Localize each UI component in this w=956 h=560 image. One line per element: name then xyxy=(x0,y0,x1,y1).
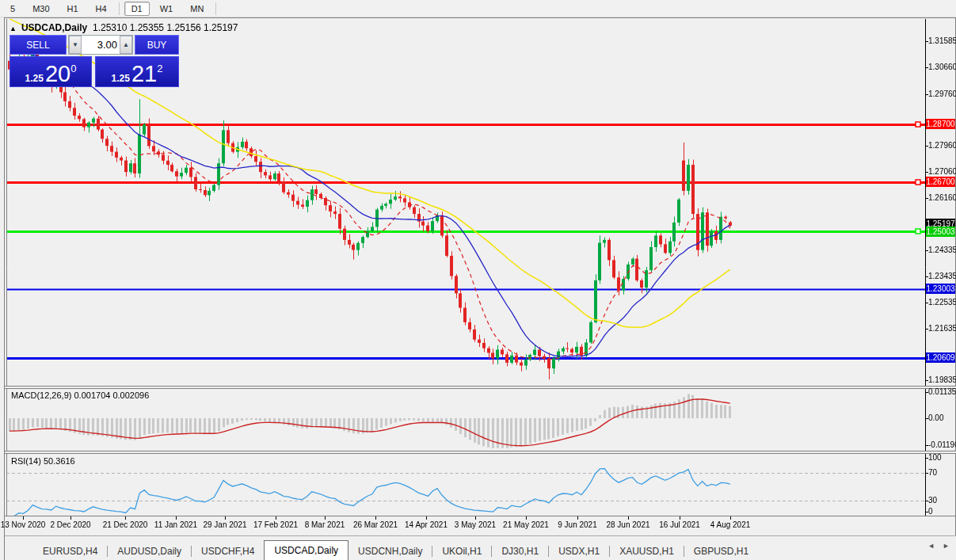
sell-price-small: 1.25 xyxy=(25,73,44,84)
tab-usdcnh[interactable]: USDCNH,Daily xyxy=(349,543,432,560)
rsi-axis-label: 100 xyxy=(928,453,942,462)
tab-scroll-buttons: ◄ ► xyxy=(927,542,950,550)
time-axis-label: 28 Jun 2021 xyxy=(606,520,649,529)
price-badge-1.20609: 1.20609 xyxy=(926,352,955,363)
macd-label: MACD(12,26,9) 0.001704 0.002096 xyxy=(11,390,149,400)
tab-usdchf[interactable]: USDCHF,H4 xyxy=(192,543,264,560)
time-axis-label: 21 May 2021 xyxy=(503,520,549,529)
rsi-label: RSI(14) 50.3616 xyxy=(11,456,75,466)
price-badge-1.23003: 1.23003 xyxy=(926,284,955,294)
macd-axis-label: -0.01190 xyxy=(928,440,956,449)
volume-input[interactable] xyxy=(82,36,120,54)
price-axis-label: 1.21635 xyxy=(928,324,956,333)
sell-price-sup: 0 xyxy=(70,57,76,81)
tab-audusd[interactable]: AUDUSD,Daily xyxy=(108,543,191,560)
time-axis-label: 11 Jan 2021 xyxy=(154,520,197,529)
timeframe-button-m30[interactable]: M30 xyxy=(25,2,56,16)
rsi-axis-label: 70 xyxy=(928,468,937,477)
one-click-trade-panel: SELL ▼ ▲ BUY 1.25 20 0 1.25 21 2 xyxy=(10,35,179,87)
chart-symbol-label: USDCAD,Daily xyxy=(21,22,87,33)
tab-scroll-right-icon[interactable]: ► xyxy=(943,542,950,550)
buy-button[interactable]: BUY xyxy=(135,35,179,55)
buy-price-small: 1.25 xyxy=(112,73,130,84)
tab-eurusd[interactable]: EURUSD,H4 xyxy=(33,543,107,560)
price-axis-label: 1.26160 xyxy=(928,193,956,202)
price-badge-1.28700: 1.28700 xyxy=(926,119,955,129)
price-axis-label: 1.31585 xyxy=(928,36,956,45)
price-axis-label: 1.27960 xyxy=(928,141,956,150)
buy-price-box[interactable]: 1.25 21 2 xyxy=(95,56,179,87)
rsi-axis-label: 0 xyxy=(928,507,933,516)
price-axis-label: 1.30660 xyxy=(928,63,956,71)
timeframe-button-h4[interactable]: H4 xyxy=(89,2,114,16)
macd-axis-label: 0.00 xyxy=(928,413,943,422)
tab-usdcad[interactable]: USDCAD,Daily xyxy=(264,540,349,560)
timeframe-button-mn[interactable]: MN xyxy=(183,2,211,16)
time-axis-label: 13 Nov 2020 xyxy=(1,520,46,529)
timeframe-button-5[interactable]: 5 xyxy=(3,2,22,16)
tab-ukoil[interactable]: UKOil,H1 xyxy=(432,543,491,560)
time-axis-label: 8 Mar 2021 xyxy=(305,520,345,529)
time-axis-border xyxy=(5,516,956,516)
time-axis-label: 4 Aug 2021 xyxy=(710,520,751,529)
collapse-arrow-icon[interactable]: ▲ xyxy=(10,25,17,32)
time-axis-label: 26 Mar 2021 xyxy=(353,520,398,529)
tab-gbpusd[interactable]: GBPUSD,H1 xyxy=(684,543,758,560)
buy-price-sup: 2 xyxy=(157,57,162,81)
time-axis-label: 14 Apr 2021 xyxy=(405,520,448,529)
time-axis-label: 9 Jun 2021 xyxy=(558,520,597,529)
price-axis-label: 1.19835 xyxy=(928,375,956,384)
rsi-axis-label: 30 xyxy=(928,496,937,505)
rsi-name: RSI(14) xyxy=(11,456,41,466)
timeframe-button-w1[interactable]: W1 xyxy=(153,2,181,16)
sell-price-big: 20 xyxy=(45,63,70,84)
toolbar-separator xyxy=(215,2,216,15)
macd-axis-label: 0.01135 xyxy=(928,387,956,396)
time-axis-label: 29 Jan 2021 xyxy=(203,520,246,529)
time-axis-label: 3 May 2021 xyxy=(455,520,496,529)
time-axis-label: 21 Dec 2020 xyxy=(103,520,148,529)
time-axis-label: 2 Dec 2020 xyxy=(50,520,90,529)
price-axis-label: 1.22535 xyxy=(928,298,956,307)
price-axis-label: 1.23435 xyxy=(928,272,956,280)
volume-decrease-button[interactable]: ▼ xyxy=(69,36,82,54)
macd-name: MACD(12,26,9) xyxy=(11,390,71,400)
volume-stepper: ▼ ▲ xyxy=(68,35,133,55)
time-axis-label: 17 Feb 2021 xyxy=(253,520,298,529)
price-badge-1.26700: 1.26700 xyxy=(926,177,955,187)
chart-title: ▲USDCAD,Daily 1.25310 1.25355 1.25156 1.… xyxy=(10,22,238,33)
price-axis-label: 1.29760 xyxy=(928,90,956,98)
rsi-value: 50.3616 xyxy=(44,456,75,466)
buy-price-big: 21 xyxy=(131,63,157,84)
price-axis-label: 1.24335 xyxy=(928,246,956,254)
pane-divider-rsi[interactable] xyxy=(5,451,956,454)
timeframe-toolbar: 5M30H1H4D1W1MN xyxy=(0,0,956,17)
symbol-tab-bar: EURUSD,H4AUDUSD,DailyUSDCHF,H4USDCAD,Dai… xyxy=(5,535,956,560)
chart-ohlc-values: 1.25310 1.25355 1.25156 1.25197 xyxy=(93,22,238,33)
volume-increase-button[interactable]: ▲ xyxy=(120,36,132,54)
tab-usdx[interactable]: USDX,H1 xyxy=(549,543,609,560)
price-badge-1.25003: 1.25003 xyxy=(926,227,955,237)
tab-scroll-left-icon[interactable]: ◄ xyxy=(927,542,935,550)
time-axis-label: 16 Jul 2021 xyxy=(659,520,700,529)
toolbar-separator xyxy=(119,2,120,15)
timeframe-button-h1[interactable]: H1 xyxy=(60,2,86,16)
tab-dj30[interactable]: DJ30,H1 xyxy=(492,543,548,560)
macd-values: 0.001704 0.002096 xyxy=(74,390,149,400)
tab-xauusd[interactable]: XAUUSD,H1 xyxy=(610,543,684,560)
pane-divider-macd[interactable] xyxy=(5,386,956,389)
timeframe-button-d1[interactable]: D1 xyxy=(124,2,150,16)
sell-price-box[interactable]: 1.25 20 0 xyxy=(10,56,92,87)
price-axis-label: 1.27060 xyxy=(928,167,956,176)
sell-button[interactable]: SELL xyxy=(10,35,67,55)
